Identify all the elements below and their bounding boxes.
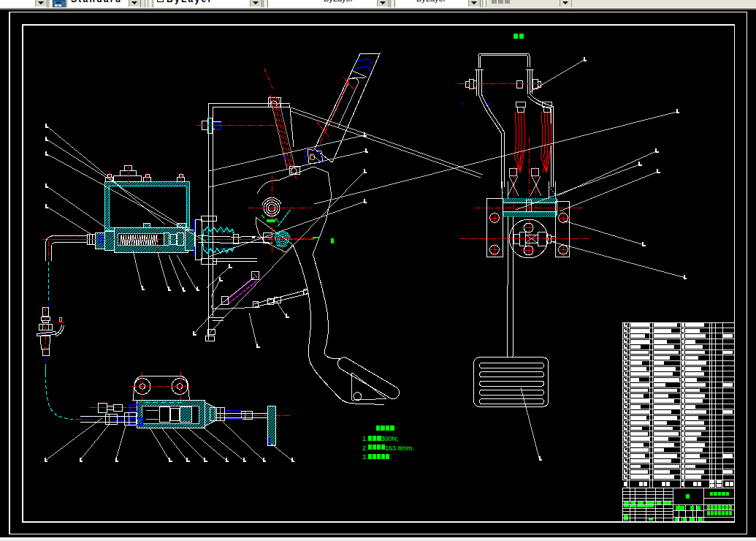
svg-text:1.: 1. bbox=[362, 435, 368, 442]
svg-text:2.: 2. bbox=[362, 444, 368, 452]
svg-text:300N;: 300N; bbox=[381, 435, 399, 442]
svg-text:163.8mm.: 163.8mm. bbox=[385, 444, 414, 452]
svg-text:3.: 3. bbox=[362, 453, 368, 461]
